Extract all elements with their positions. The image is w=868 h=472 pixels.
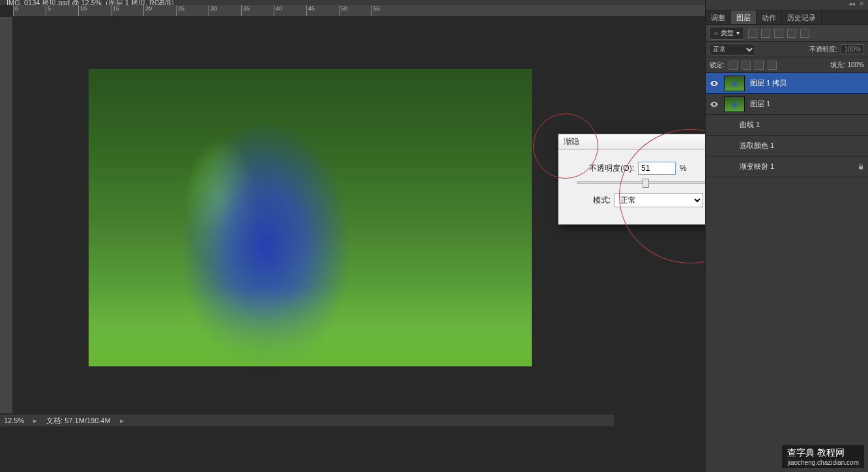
- opacity-unit: %: [680, 164, 687, 173]
- search-icon: ⌕: [714, 29, 718, 37]
- ruler-tick: 20: [143, 5, 176, 16]
- ruler-tick: 30: [209, 5, 241, 16]
- watermark-main: 查字典 教程网: [787, 447, 845, 458]
- filter-kind-label: 类型: [721, 29, 734, 38]
- lock-icon: [858, 164, 864, 170]
- lock-pixels-icon[interactable]: [742, 61, 751, 70]
- zoom-level[interactable]: 12.5%: [4, 415, 24, 426]
- blend-mode-select[interactable]: 正常: [710, 44, 755, 55]
- doc-size-label: 文档:: [46, 417, 63, 424]
- panel-tabs: 调整 图层 动作 历史记录: [706, 10, 868, 25]
- filter-pixel-icon[interactable]: [748, 29, 757, 38]
- collapse-icon[interactable]: ◂◂: [848, 0, 855, 10]
- visibility-toggle[interactable]: [710, 79, 719, 88]
- layer-name[interactable]: 图层 1 拷贝: [750, 78, 787, 88]
- close-icon[interactable]: ✕: [859, 0, 864, 10]
- doc-size: 文档: 57.1M/190.4M: [46, 415, 110, 426]
- mode-label: 模式:: [565, 195, 611, 206]
- layer-thumbnail[interactable]: [724, 76, 745, 91]
- ruler-tick: 55: [371, 5, 404, 16]
- ruler-tick: 50: [339, 5, 371, 16]
- ruler-tick: 35: [241, 5, 274, 16]
- mode-select[interactable]: 正常: [615, 193, 703, 207]
- filter-kind-select[interactable]: ⌕ 类型 ▾: [710, 27, 744, 40]
- watermark-sub: jiaocheng.chazidian.com: [787, 459, 859, 466]
- slider-thumb[interactable]: [643, 179, 649, 188]
- watermark: 查字典 教程网 jiaocheng.chazidian.com: [782, 445, 864, 468]
- status-popup-icon[interactable]: ▸: [120, 415, 124, 426]
- tab-history[interactable]: 历史记录: [782, 10, 822, 24]
- layer-row[interactable]: 选取颜色 1: [706, 136, 868, 156]
- filter-smart-icon[interactable]: [800, 29, 809, 38]
- fill-value[interactable]: 100%: [847, 61, 864, 68]
- layers-filter-bar: ⌕ 类型 ▾: [706, 25, 868, 42]
- zoom-popup-icon[interactable]: ▸: [33, 415, 37, 426]
- layer-name[interactable]: 选取颜色 1: [710, 141, 774, 151]
- ruler-tick: 10: [78, 5, 111, 16]
- tab-layers[interactable]: 图层: [731, 10, 757, 24]
- layers-lock-row: 锁定: 填充: 100%: [706, 57, 868, 73]
- status-bar: 12.5% ▸ 文档: 57.1M/190.4M ▸: [0, 415, 614, 426]
- ruler-tick: 0: [13, 5, 46, 16]
- canvas-area[interactable]: [13, 17, 618, 415]
- ruler-tick: 15: [111, 5, 143, 16]
- layer-row[interactable]: 渐变映射 1: [706, 156, 868, 177]
- layer-thumbnail[interactable]: [724, 96, 745, 112]
- ruler-tick: 40: [274, 5, 306, 16]
- lock-position-icon[interactable]: [755, 61, 764, 70]
- layer-name[interactable]: 图层 1: [750, 99, 770, 109]
- lock-all-icon[interactable]: [768, 61, 777, 70]
- panel-dragbar[interactable]: ◂◂ ✕: [706, 0, 868, 10]
- ruler-vertical: [0, 17, 13, 413]
- ruler-tick: 5: [46, 5, 78, 16]
- layers-list: 图层 1 拷贝 图层 1 曲线 1 选取颜色 1 渐变映射 1: [706, 73, 868, 177]
- dialog-title-text: 渐隐: [564, 136, 579, 147]
- layer-row[interactable]: 图层 1: [706, 94, 868, 115]
- opacity-value[interactable]: 100%: [841, 44, 864, 54]
- visibility-toggle[interactable]: [710, 100, 719, 109]
- opacity-slider[interactable]: [577, 181, 708, 184]
- layer-name[interactable]: 渐变映射 1: [710, 162, 774, 171]
- fill-label: 填充:: [830, 61, 845, 70]
- lock-transparency-icon[interactable]: [729, 61, 738, 70]
- layer-row[interactable]: 曲线 1: [706, 115, 868, 136]
- filter-shape-icon[interactable]: [787, 29, 796, 38]
- opacity-input[interactable]: [638, 162, 676, 175]
- opacity-label: 不透明度:: [809, 45, 837, 54]
- chevron-down-icon: ▾: [736, 29, 740, 37]
- opacity-label: 不透明度(O):: [565, 163, 634, 174]
- tab-adjustments[interactable]: 调整: [706, 10, 731, 24]
- lock-label: 锁定:: [710, 61, 725, 70]
- document-canvas[interactable]: [89, 69, 532, 366]
- layer-row[interactable]: 图层 1 拷贝: [706, 73, 868, 94]
- panels-dock: ◂◂ ✕ 调整 图层 动作 历史记录 ⌕ 类型 ▾ 正常 不透明度: 100% …: [705, 0, 868, 472]
- layer-name[interactable]: 曲线 1: [710, 120, 760, 130]
- ruler-tick: 25: [176, 5, 209, 16]
- tab-actions[interactable]: 动作: [757, 10, 782, 24]
- filter-type-icon[interactable]: [774, 29, 783, 38]
- filter-adjust-icon[interactable]: [761, 29, 770, 38]
- doc-size-value: 57.1M/190.4M: [65, 417, 110, 424]
- ruler-tick: 45: [306, 5, 339, 16]
- layers-blend-row: 正常 不透明度: 100%: [706, 42, 868, 57]
